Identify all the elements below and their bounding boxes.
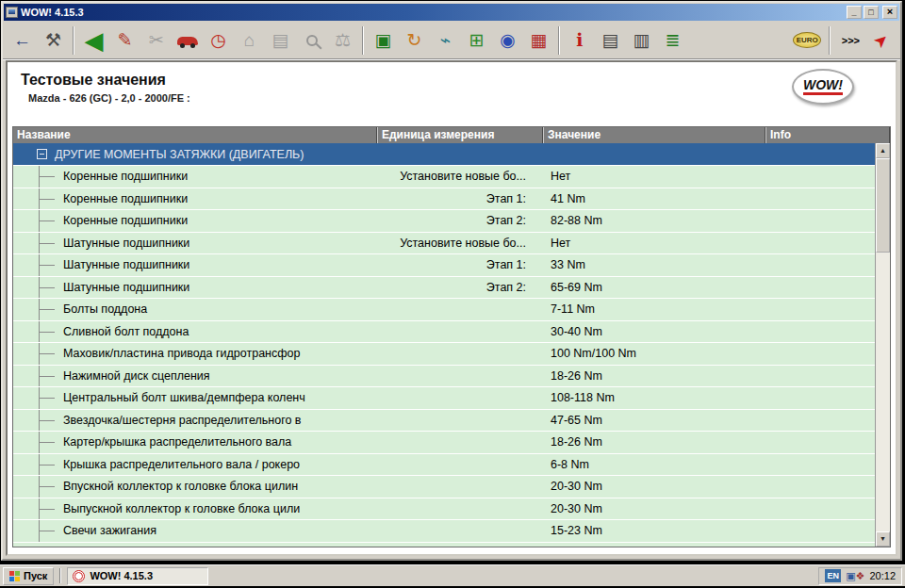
tree-toggle-icon[interactable] — [37, 149, 47, 159]
table-row[interactable]: Коренные подшипникиУстановите новые бо..… — [13, 166, 875, 188]
pointer-button[interactable]: ➤ — [865, 25, 897, 56]
table-row[interactable]: Выпускной коллектор к головке блока цили… — [13, 498, 875, 521]
exit-button[interactable]: ← — [7, 25, 38, 56]
brand-button[interactable]: ◉ — [492, 25, 523, 56]
taskbar-divider — [59, 568, 61, 583]
group-row-chassis-torques[interactable]: МОМЕНТЫ ЗАТЯЖКИ (ШАССИ) — [13, 543, 875, 547]
table-row[interactable]: Звездочка/шестерня распределительного в4… — [13, 410, 875, 433]
tree-branch — [13, 520, 58, 542]
wow-logo: WOW! — [792, 69, 854, 105]
back-button[interactable]: ◀ — [78, 25, 109, 56]
table-row[interactable]: Сливной болт поддона30-40 Nm — [13, 321, 875, 344]
clock[interactable]: 20:12 — [869, 570, 896, 581]
toolbar-right-group: EURO >>> ➤ — [792, 25, 897, 56]
table-row[interactable]: Болты поддона7-11 Nm — [13, 299, 875, 321]
table-row[interactable]: Свечи зажигания15-23 Nm — [13, 520, 875, 543]
tray-display-icon[interactable]: ▣ — [846, 570, 855, 581]
table-body: ДРУГИЕ МОМЕНТЫ ЗАТЯЖКИ (ДВИГАТЕЛЬ)Коренн… — [13, 143, 875, 547]
scroll-up-icon[interactable]: ▲ — [876, 143, 890, 158]
bodywork-button: ▤ — [265, 25, 296, 56]
adapter-button[interactable]: ⌁ — [430, 25, 461, 56]
service-times-icon: ◷ — [210, 31, 226, 49]
close-button[interactable]: × — [882, 6, 897, 19]
language-indicator[interactable]: EN — [825, 569, 841, 582]
euro-button[interactable]: EURO — [792, 25, 823, 56]
tray-app-icon[interactable]: ❖ — [856, 570, 865, 581]
list-button[interactable]: ≣ — [657, 25, 688, 56]
toolbar-separator — [73, 26, 74, 55]
cell-unit: Этап 2: — [377, 281, 543, 294]
vehicle-button[interactable] — [172, 25, 203, 56]
diagnostics-button[interactable]: ▣ — [368, 25, 399, 56]
group-row-engine-torques[interactable]: ДРУГИЕ МОМЕНТЫ ЗАТЯЖКИ (ДВИГАТЕЛЬ) — [13, 143, 875, 166]
maximize-button[interactable]: □ — [864, 6, 879, 19]
column-header-unit[interactable]: Единица измерения — [377, 127, 543, 143]
info-button[interactable]: ℹ — [564, 25, 595, 56]
report-button[interactable]: ▥ — [626, 25, 657, 56]
toolbar-separator — [558, 26, 560, 55]
toolbar-separator — [362, 26, 364, 55]
toolbar-more-button[interactable]: >>> — [842, 35, 860, 46]
row-name-label: Выпускной коллектор к головке блока цили — [63, 502, 300, 515]
interior-icon: ⌂ — [244, 31, 255, 49]
brand-icon: ◉ — [500, 31, 516, 49]
cell-value: 47-65 Nm — [543, 414, 765, 427]
tree-branch — [13, 188, 58, 210]
parts-button[interactable]: ⊞ — [461, 25, 492, 56]
calculator-button[interactable]: ▦ — [523, 25, 554, 56]
row-name-label: Коренные подшипники — [63, 192, 188, 205]
table-row[interactable]: Шатунные подшипникиУстановите новые бо..… — [13, 233, 875, 255]
toolbar-separator — [829, 26, 831, 55]
cell-unit: Установите новые бо... — [377, 237, 543, 250]
table-row[interactable]: Маховик/пластина привода гидротрансфор10… — [13, 343, 875, 366]
window-title: WOW! 4.15.3 — [21, 7, 84, 18]
scales-button: ⚖ — [327, 25, 358, 56]
tree-branch — [13, 343, 58, 365]
table-row[interactable]: Впускной коллектор к головке блока цилин… — [13, 476, 875, 498]
titlebar: WOW! 4.15.3 _ □ × — [4, 4, 899, 21]
info-icon: ℹ — [576, 31, 583, 49]
cell-value: Нет — [543, 170, 765, 183]
cell-value: 33 Nm — [543, 258, 765, 271]
table-row[interactable]: Шатунные подшипникиЭтап 2:65-69 Nm — [13, 277, 875, 300]
scales-icon: ⚖ — [335, 31, 351, 49]
cell-value: 20-30 Nm — [543, 502, 765, 515]
tree-branch — [13, 476, 58, 498]
column-header-name[interactable]: Название — [13, 127, 377, 143]
task-button-wow[interactable]: WOW! 4.15.3 — [67, 567, 208, 585]
interior-button: ⌂ — [234, 25, 265, 56]
start-button-label: Пуск — [24, 570, 47, 581]
vertical-scrollbar[interactable]: ▲ ▼ — [875, 143, 890, 547]
cell-value: 18-26 Nm — [543, 369, 765, 383]
table-row[interactable]: Нажимной диск сцепления18-26 Nm — [13, 366, 875, 388]
scrollbar-thumb[interactable] — [876, 158, 890, 253]
job-edit-button[interactable]: ✎ — [109, 25, 140, 56]
table-row[interactable]: Шатунные подшипникиЭтап 1:33 Nm — [13, 254, 875, 277]
taskbar: Пуск WOW! 4.15.3 EN ▣❖ 20:12 — [0, 564, 905, 586]
service-tools-icon: ⚒ — [45, 31, 61, 49]
table-row[interactable]: Крышка распределительного вала / рокеро6… — [13, 454, 875, 477]
service-times-button[interactable]: ◷ — [203, 25, 234, 56]
start-button[interactable]: Пуск — [3, 567, 54, 585]
service-tools-button[interactable]: ⚒ — [38, 25, 69, 56]
minimize-button[interactable]: _ — [847, 6, 862, 19]
column-header-value[interactable]: Значение — [543, 127, 765, 143]
cell-value: 7-11 Nm — [543, 302, 765, 316]
cell-value: 65-69 Nm — [543, 281, 765, 294]
table-row[interactable]: Коренные подшипникиЭтап 1:41 Nm — [13, 188, 875, 211]
job-edit-icon: ✎ — [118, 31, 133, 49]
scrollbar-track[interactable] — [876, 253, 890, 531]
app-icon[interactable] — [6, 7, 18, 18]
scroll-down-icon[interactable]: ▼ — [876, 531, 890, 547]
row-name-label: Шатунные подшипники — [63, 281, 189, 294]
cell-name: Центральный болт шкива/демпфера коленч — [13, 387, 377, 409]
wow-logo-text: WOW! — [803, 78, 843, 96]
table-row[interactable]: Картер/крышка распределительного вала18-… — [13, 432, 875, 454]
print-button[interactable]: ▤ — [595, 25, 626, 56]
update-button[interactable]: ↻ — [399, 25, 430, 56]
column-header-info[interactable]: Info — [765, 127, 890, 143]
values-table: Название Единица измерения Значение Info… — [12, 126, 891, 547]
cell-name: Коренные подшипники — [13, 166, 377, 188]
table-row[interactable]: Центральный болт шкива/демпфера коленч10… — [13, 387, 875, 410]
table-row[interactable]: Коренные подшипникиЭтап 2:82-88 Nm — [13, 210, 875, 233]
